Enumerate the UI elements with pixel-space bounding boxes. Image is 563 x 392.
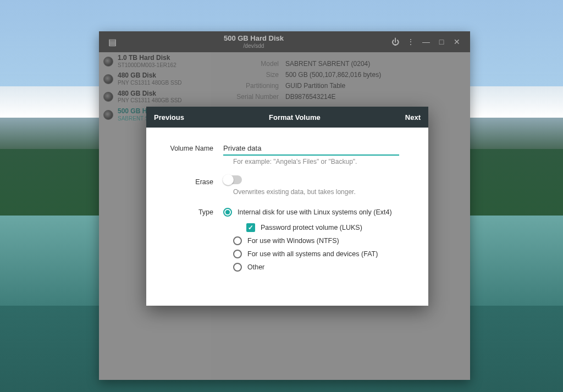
erase-hint: Overwrites existing data, but takes long… (233, 188, 406, 196)
disk-item-sub: PNY CS1311 480GB SSD (118, 80, 182, 86)
window-title-block: 500 GB Hard Disk /dev/sdd (120, 35, 388, 49)
detail-value-size: 500 GB (500,107,862,016 bytes) (285, 71, 381, 79)
disk-item-name: 480 GB Disk (118, 72, 182, 80)
detail-value-partitioning: GUID Partition Table (285, 82, 345, 90)
close-icon[interactable]: ✕ (449, 34, 465, 49)
app-menu-icon[interactable]: ▤ (104, 37, 120, 47)
disk-item-sub: ST1000DM003-1ER162 (118, 62, 176, 69)
disk-icon (103, 57, 113, 67)
minimize-icon[interactable]: — (418, 34, 434, 49)
disk-item-sub: PNY CS1311 480GB SSD (118, 97, 182, 104)
erase-switch[interactable] (223, 175, 242, 184)
window-title: 500 GB Hard Disk (120, 35, 388, 43)
disk-item-name: 1.0 TB Hard Disk (118, 54, 176, 62)
power-icon[interactable]: ⏻ (388, 34, 403, 49)
detail-label-serial: Serial Number (222, 93, 285, 101)
type-option-other: Other (247, 263, 264, 271)
type-option-ntfs: For use with Windows (NTFS) (247, 237, 339, 245)
detail-value-serial: DB9876543214E (285, 93, 335, 101)
type-option-luks: Password protect volume (LUKS) (261, 224, 362, 231)
type-radio-ext4[interactable] (223, 208, 232, 217)
previous-button[interactable]: Previous (154, 113, 184, 122)
type-label: Type (168, 208, 223, 216)
volume-name-input[interactable] (223, 143, 399, 156)
type-radio-ntfs[interactable] (233, 236, 242, 245)
volume-name-hint: For example: "Angela's Files" or "Backup… (233, 158, 406, 165)
dialog-body: Volume Name For example: "Angela's Files… (146, 128, 428, 285)
erase-label: Erase (168, 178, 223, 186)
titlebar: ▤ 500 GB Hard Disk /dev/sdd ⏻ ⋮ — □ ✕ (99, 31, 470, 52)
luks-checkbox[interactable] (246, 223, 255, 232)
next-button[interactable]: Next (405, 113, 421, 122)
detail-label-partitioning: Partitioning (222, 82, 285, 90)
dialog-header: Previous Format Volume Next (146, 107, 428, 128)
more-menu-icon[interactable]: ⋮ (403, 34, 418, 49)
volume-name-label: Volume Name (168, 145, 223, 152)
detail-label-model: Model (222, 60, 285, 68)
disk-icon (103, 110, 113, 120)
format-volume-dialog: Previous Format Volume Next Volume Name … (146, 107, 428, 306)
window-subtitle: /dev/sdd (120, 43, 388, 49)
disk-item-1[interactable]: 480 GB Disk PNY CS1311 480GB SSD (99, 70, 211, 87)
type-option-fat: For use with all systems and devices (FA… (247, 250, 378, 258)
detail-label-size: Size (222, 71, 285, 79)
disk-item-0[interactable]: 1.0 TB Hard Disk ST1000DM003-1ER162 (99, 52, 211, 70)
dialog-title: Format Volume (269, 113, 321, 122)
type-radio-fat[interactable] (233, 250, 242, 258)
detail-value-model: SABRENT SABRENT (0204) (285, 60, 370, 68)
disk-icon (103, 92, 113, 102)
disk-item-name: 480 GB Disk (118, 90, 182, 98)
disk-icon (103, 74, 113, 84)
type-option-ext4: Internal disk for use with Linux systems… (238, 208, 392, 216)
disk-item-2[interactable]: 480 GB Disk PNY CS1311 480GB SSD (99, 88, 211, 106)
type-radio-other[interactable] (233, 263, 242, 272)
maximize-icon[interactable]: □ (434, 34, 449, 49)
